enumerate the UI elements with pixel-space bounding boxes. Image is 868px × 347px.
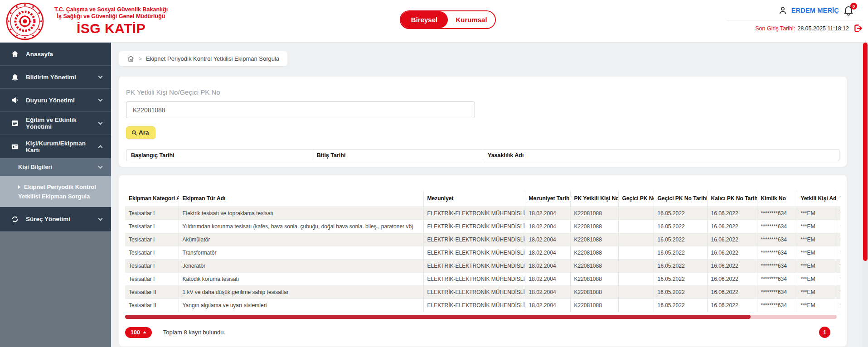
search-button[interactable]: Ara (126, 126, 155, 139)
table-cell: ELEKTRİK-ELEKTRONİK MÜHENDİSLİĞİ (423, 220, 525, 233)
vertical-scrollbar[interactable] (863, 43, 868, 347)
column-header: Geçici PK No (618, 191, 654, 207)
notifications-button[interactable]: 0 (843, 5, 854, 16)
toggle-bireysel[interactable]: Bireysel (401, 11, 448, 28)
column-header: Ekipman Tür Adı (179, 191, 423, 207)
table-cell: * (836, 207, 840, 220)
account-type-toggle: Bireysel Kurumsal (400, 10, 496, 29)
sidebar-item-egitim-etkinlik[interactable]: Eğitim ve Etkinlik Yönetimi (0, 112, 111, 135)
ministry-line2: İş Sağlığı ve Güvenliği Genel Müdürlüğü (54, 13, 168, 20)
breadcrumb[interactable]: > Ekipnet Periyodik Kontrol Yetkilisi Ek… (119, 51, 287, 66)
toggle-kurumsal[interactable]: Kurumsal (448, 11, 495, 28)
sidebar-item-label: Süreç Yönetimi (26, 216, 70, 222)
column-header: Yasaklılık Adı (483, 149, 839, 161)
table-row: Tesisatlar IKatodik koruma tesisatıELEKT… (125, 272, 840, 285)
table-cell: 18.02.2004 (525, 220, 570, 233)
table-cell (618, 285, 654, 299)
table-cell: K22081088 (570, 233, 618, 246)
table-cell: 18.02.2004 (525, 272, 570, 285)
table-cell: K22081088 (570, 246, 618, 259)
table-cell: ***EM (797, 246, 836, 259)
table-cell: Tesisatlar I (125, 207, 179, 220)
table-cell: 16.05.2022 (654, 233, 707, 246)
chevron-down-icon (98, 216, 103, 221)
table-cell: Tesisatlar I (125, 259, 179, 272)
sidebar-item-label: Ekipnet Periyodik Kontrol Yetkilisi Ekip… (18, 183, 96, 200)
sidebar-item-kisi-bilgileri[interactable]: Kişi Bilgileri (0, 158, 111, 176)
table-cell: Tesisatlar II (125, 299, 179, 312)
table-row: Tesisatlar II1 kV ve daha düşük gerilime… (125, 285, 840, 299)
sidebar-item-label: Kişi/Kurum/Ekipman Kartı (26, 140, 100, 154)
search-icon (131, 130, 137, 136)
table-row: Tesisatlar IJeneratörELEKTRİK-ELEKTRONİK… (125, 259, 840, 272)
horizontal-scrollbar[interactable] (125, 315, 837, 319)
table-cell: ***EM (797, 259, 836, 272)
home-icon (11, 50, 19, 58)
table-cell: ********634 (757, 259, 797, 272)
table-cell: * (836, 220, 840, 233)
table-cell (618, 299, 654, 312)
sidebar-item-ekipnet-periyodik-kontrol[interactable]: Ekipnet Periyodik Kontrol Yetkilisi Ekip… (0, 176, 111, 207)
page-size-dropdown[interactable]: 100 (125, 327, 152, 338)
table-cell: 16.06.2022 (707, 259, 757, 272)
chevron-down-icon (98, 164, 103, 169)
chevron-down-icon (98, 97, 103, 102)
column-header: Bitiş Tarihi (312, 149, 483, 161)
list-icon (11, 119, 19, 127)
table-cell: * (836, 272, 840, 285)
page-size-value: 100 (131, 329, 140, 336)
table-cell: 16.05.2022 (654, 246, 707, 259)
table-cell (618, 207, 654, 220)
table-cell: Tesisatlar I (125, 233, 179, 246)
breadcrumb-separator: > (139, 56, 142, 62)
sidebar-item-label: Eğitim ve Etkinlik Yönetimi (26, 116, 100, 130)
logout-button[interactable] (853, 24, 863, 33)
table-cell: ELEKTRİK-ELEKTRONİK MÜHENDİSLİĞİ (423, 285, 525, 299)
table-cell: Katodik koruma tesisatı (179, 272, 423, 285)
search-input[interactable] (126, 101, 475, 118)
table-cell: 16.05.2022 (654, 259, 707, 272)
main-content: > Ekipnet Periyodik Kontrol Yetkilisi Ek… (111, 43, 853, 347)
person-icon (778, 5, 788, 15)
user-name[interactable]: ERDEM MERİÇ (791, 7, 839, 14)
table-row: Tesisatlar IElektrik tesisatı ve toprakl… (125, 207, 840, 220)
table-footer: 100 Toplam 8 kayıt bulundu. 1 (125, 327, 840, 338)
home-icon (127, 55, 135, 63)
table-cell: 16.06.2022 (707, 272, 757, 285)
user-block: ERDEM MERİÇ 0 Son Giriş Tarihi: 28.05.20… (727, 4, 863, 33)
horizontal-scrollbar-thumb[interactable] (125, 315, 751, 319)
table-cell: Tesisatlar I (125, 272, 179, 285)
table-cell: K22081088 (570, 285, 618, 299)
table-cell: ********634 (757, 246, 797, 259)
table-cell: 16.05.2022 (654, 299, 707, 312)
table-cell: 16.05.2022 (654, 220, 707, 233)
results-table: Ekipman Kategori AdıEkipman Tür AdıMezun… (125, 191, 840, 312)
brand: T.C. Çalışma ve Sosyal Güvenlik Bakanlığ… (5, 2, 168, 41)
pagination-page-1[interactable]: 1 (819, 327, 830, 338)
table-cell: * (836, 299, 840, 312)
table-cell: K22081088 (570, 299, 618, 312)
caret-up-icon (143, 331, 146, 333)
chevron-down-icon (98, 74, 103, 79)
table-cell: 16.06.2022 (707, 220, 757, 233)
vertical-scrollbar-thumb[interactable] (863, 43, 868, 261)
table-cell: ********634 (757, 299, 797, 312)
table-cell: K22081088 (570, 259, 618, 272)
results-table-viewport: Ekipman Kategori AdıEkipman Tür AdıMezun… (125, 191, 840, 312)
table-cell: K22081088 (570, 207, 618, 220)
table-cell: * (836, 233, 840, 246)
bell-icon (11, 73, 19, 81)
app-header: T.C. Çalışma ve Sosyal Güvenlik Bakanlığ… (0, 0, 868, 43)
sidebar-item-anasayfa[interactable]: Anasayfa (0, 43, 111, 66)
table-cell: 16.05.2022 (654, 207, 707, 220)
table-header-row: Ekipman Kategori AdıEkipman Tür AdıMezun… (125, 191, 840, 207)
ministry-emblem-icon (5, 2, 44, 41)
table-cell (618, 233, 654, 246)
sidebar-item-kisi-kurum-ekipman[interactable]: Kişi/Kurum/Ekipman Kartı (0, 135, 111, 158)
sidebar-item-bildirim-yonetimi[interactable]: Bildirim Yönetimi (0, 66, 111, 89)
search-field-label: PK Yetkili Kişi No/Geçici PK No (126, 88, 839, 96)
sidebar-item-label: Bildirim Yönetimi (26, 74, 76, 81)
logout-icon (853, 24, 863, 33)
sidebar-item-surec-yonetimi[interactable]: Süreç Yönetimi (0, 207, 111, 231)
sidebar-item-duyuru-yonetimi[interactable]: Duyuru Yönetimi (0, 89, 111, 112)
